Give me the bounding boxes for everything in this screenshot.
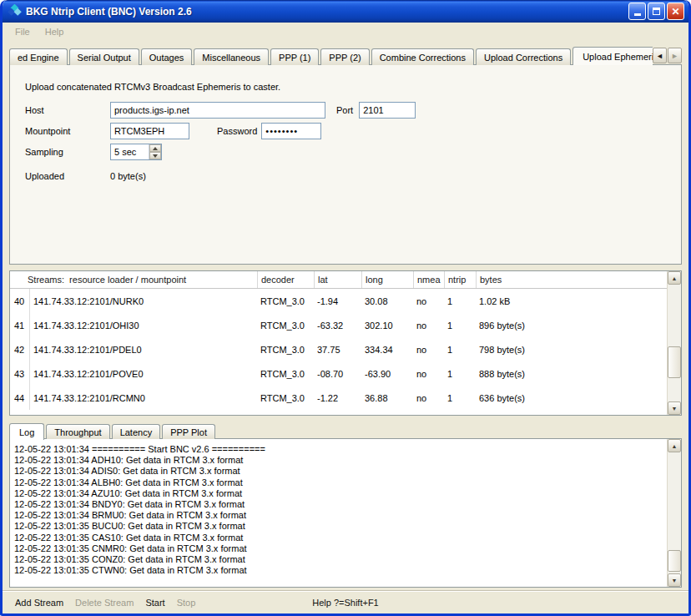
- spin-up-button[interactable]: [149, 144, 161, 152]
- row-number: 42: [10, 337, 30, 361]
- table-row[interactable]: 43 141.74.33.12:2101/POVE0 RTCM_3.0 -08.…: [10, 361, 667, 386]
- cell-lat: -1.22: [314, 393, 361, 403]
- log-line: 12-05-22 13:01:34 ADIS0: Get data in RTC…: [14, 466, 667, 477]
- cell-nmea: no: [413, 369, 444, 379]
- uploaded-label: Uploaded: [25, 171, 110, 181]
- log-line: 12-05-22 13:01:34 ========== Start BNC v…: [14, 444, 667, 455]
- cell-mountpoint: 141.74.33.12:2101/POVE0: [30, 369, 257, 379]
- window-title: BKG Ntrip Client (BNC) Version 2.6: [26, 6, 628, 18]
- status-action-button[interactable]: Add Stream: [9, 595, 69, 610]
- cell-mountpoint: 141.74.33.12:2101/OHI30: [30, 321, 257, 331]
- up-arrow-icon: ▲: [672, 443, 678, 449]
- log-panel: 12-05-22 13:01:34 ========== Start BNC v…: [9, 438, 682, 588]
- log-line: 12-05-22 13:01:35 CONZ0: Get data in RTC…: [14, 554, 667, 565]
- scrollbar-thumb[interactable]: [668, 346, 681, 378]
- bottom-tab-bar: LogThroughputLatencyPPP Plot: [9, 422, 682, 439]
- cell-decoder: RTCM_3.0: [257, 345, 314, 355]
- tab[interactable]: ed Engine: [9, 48, 68, 65]
- port-input[interactable]: [359, 102, 416, 119]
- tab[interactable]: Miscellaneous: [194, 48, 269, 65]
- cell-nmea: no: [413, 393, 444, 403]
- log-line: 12-05-22 13:01:34 AZU10: Get data in RTC…: [14, 488, 667, 499]
- cell-decoder: RTCM_3.0: [257, 296, 314, 306]
- scroll-up-button[interactable]: ▲: [668, 439, 681, 452]
- scroll-down-button[interactable]: ▼: [668, 401, 681, 415]
- row-number: 43: [10, 361, 30, 386]
- cell-long: -63.90: [361, 369, 413, 379]
- status-action-button[interactable]: Start: [139, 595, 170, 610]
- scrollbar-thumb[interactable]: [668, 550, 681, 572]
- scroll-down-button[interactable]: ▼: [668, 573, 681, 587]
- streams-table-body: 40 141.74.33.12:2101/NURK0 RTCM_3.0 -1.9…: [10, 289, 667, 410]
- spin-down-button[interactable]: [149, 152, 161, 159]
- status-actions: Add StreamDelete StreamStartStop: [9, 595, 201, 610]
- minimize-button[interactable]: [628, 3, 646, 20]
- password-input[interactable]: [261, 123, 321, 139]
- status-action-button[interactable]: Delete Stream: [69, 595, 139, 610]
- host-input[interactable]: [110, 102, 325, 119]
- table-row[interactable]: 44 141.74.33.12:2101/RCMN0 RTCM_3.0 -1.2…: [10, 386, 667, 410]
- log-scrollbar[interactable]: ▲ ▼: [667, 439, 681, 587]
- bottom-tab[interactable]: Latency: [112, 424, 161, 439]
- tab[interactable]: PPP (2): [320, 48, 369, 65]
- chevron-down-icon: [153, 154, 158, 158]
- tab[interactable]: Combine Corrections: [371, 48, 474, 65]
- minimize-icon: [634, 13, 641, 16]
- cell-lat: -1.94: [314, 296, 361, 306]
- mountpoint-input[interactable]: [110, 123, 189, 139]
- cell-bytes: 1.02 kB: [476, 296, 667, 306]
- host-label: Host: [25, 105, 110, 115]
- menu-item[interactable]: File: [8, 25, 38, 38]
- log-line: 12-05-22 13:01:35 BUCU0: Get data in RTC…: [14, 521, 667, 532]
- right-arrow-icon: ►: [671, 52, 678, 60]
- bottom-tab[interactable]: Log: [9, 423, 44, 440]
- cell-long: 302.10: [361, 321, 413, 331]
- sampling-row: Sampling 5 sec: [25, 144, 666, 160]
- port-label: Port: [336, 105, 353, 115]
- cell-ntrip: 1: [444, 296, 476, 306]
- tab-bar: ed EngineSerial OutputOutagesMiscellaneo…: [9, 47, 653, 65]
- maximize-button[interactable]: [648, 3, 665, 20]
- tab[interactable]: PPP (1): [270, 48, 319, 65]
- title-bar[interactable]: BKG Ntrip Client (BNC) Version 2.6 ✕: [3, 0, 688, 23]
- sampling-spin-buttons: [149, 144, 161, 159]
- cell-mountpoint: 141.74.33.12:2101/PDEL0: [30, 345, 257, 355]
- tab[interactable]: Outages: [141, 48, 193, 65]
- bottom-tab[interactable]: PPP Plot: [162, 424, 215, 439]
- down-arrow-icon: ▼: [672, 406, 678, 412]
- header-lat: lat: [314, 271, 361, 288]
- log-line: 12-05-22 13:01:34 ALBH0: Get data in RTC…: [14, 477, 667, 488]
- top-tab-row: ed EngineSerial OutputOutagesMiscellaneo…: [9, 45, 682, 65]
- tab-scroll-right-button[interactable]: ►: [668, 48, 682, 63]
- tab[interactable]: Upload Corrections: [476, 48, 571, 65]
- status-action-button[interactable]: Stop: [171, 595, 202, 610]
- close-icon: ✕: [671, 7, 679, 17]
- streams-table-inner: Streams: resource loader / mountpoint de…: [10, 271, 667, 415]
- row-number: 41: [10, 313, 30, 337]
- cell-decoder: RTCM_3.0: [257, 393, 314, 403]
- bottom-tab[interactable]: Throughput: [46, 424, 109, 439]
- close-button[interactable]: ✕: [667, 3, 684, 20]
- cell-mountpoint: 141.74.33.12:2101/RCMN0: [30, 393, 257, 403]
- cell-lat: -08.70: [314, 369, 361, 379]
- sampling-spinner[interactable]: 5 sec: [110, 144, 162, 160]
- scroll-up-button[interactable]: ▲: [668, 271, 681, 285]
- uploaded-row: Uploaded 0 byte(s): [25, 171, 666, 181]
- header-long: long: [361, 271, 413, 288]
- table-row[interactable]: 40 141.74.33.12:2101/NURK0 RTCM_3.0 -1.9…: [10, 289, 667, 313]
- left-arrow-icon: ◄: [656, 52, 663, 60]
- panel-description: Upload concatenated RTCMv3 Broadcast Eph…: [25, 82, 666, 92]
- tab-scroll-left-button[interactable]: ◄: [653, 48, 667, 63]
- cell-long: 36.88: [361, 393, 413, 403]
- cell-lat: 37.75: [314, 345, 361, 355]
- streams-scrollbar[interactable]: ▲ ▼: [667, 271, 681, 415]
- table-row[interactable]: 41 141.74.33.12:2101/OHI30 RTCM_3.0 -63.…: [10, 313, 667, 337]
- sampling-value: 5 sec: [111, 144, 149, 159]
- maximize-icon: [653, 8, 660, 15]
- table-row[interactable]: 42 141.74.33.12:2101/PDEL0 RTCM_3.0 37.7…: [10, 337, 667, 361]
- tab[interactable]: Upload Ephemeris: [572, 47, 653, 65]
- tab[interactable]: Serial Output: [69, 48, 139, 65]
- app-icon: [8, 4, 22, 18]
- menu-item[interactable]: Help: [38, 25, 72, 38]
- status-bar: Add StreamDelete StreamStartStop Help ?=…: [3, 591, 688, 613]
